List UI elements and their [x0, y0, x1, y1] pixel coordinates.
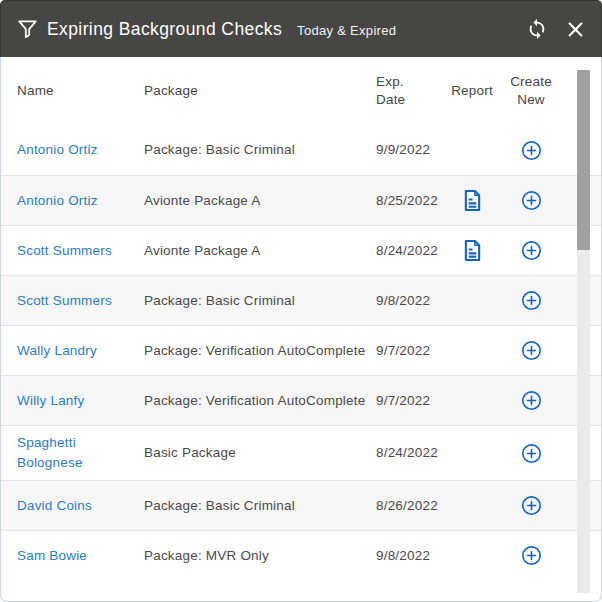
- plus-circle-icon: [521, 240, 542, 261]
- exp-date-cell: 8/26/2022: [376, 489, 446, 523]
- row-name-link[interactable]: Wally Landry: [17, 343, 97, 358]
- report-cell: [446, 499, 498, 513]
- row-package: Package: MVR Only: [144, 548, 269, 563]
- report-cell: [446, 394, 498, 408]
- plus-circle-icon: [521, 545, 542, 566]
- window-header: Expiring Background Checks Today & Expir…: [0, 0, 602, 57]
- package-cell: Package: MVR Only: [144, 539, 376, 573]
- name-cell: Willy Lanfy: [17, 384, 144, 418]
- row-name-link[interactable]: Spaghetti Bolognese: [17, 435, 83, 470]
- exp-date-cell: 9/8/2022: [376, 539, 446, 573]
- table-row: Antonio Ortiz Package: Basic Criminal 9/…: [1, 125, 601, 175]
- row-exp-date: 8/25/2022: [376, 193, 438, 208]
- close-icon: [568, 22, 583, 37]
- create-new-cell: [498, 283, 564, 318]
- row-name-link[interactable]: Sam Bowie: [17, 548, 87, 563]
- report-document-icon[interactable]: [463, 239, 482, 262]
- plus-circle-icon: [521, 290, 542, 311]
- plus-circle-icon: [521, 140, 542, 161]
- plus-circle-icon: [521, 495, 542, 516]
- table-row: Wally Landry Package: Verification AutoC…: [1, 325, 601, 375]
- column-header-name: Name: [17, 82, 144, 100]
- name-cell: Scott Summers: [17, 234, 144, 268]
- column-header-create-new: Create New: [498, 73, 564, 109]
- name-cell: Wally Landry: [17, 334, 144, 368]
- name-cell: Sam Bowie: [17, 539, 144, 573]
- report-document-icon[interactable]: [463, 189, 482, 212]
- row-package: Package: Basic Criminal: [144, 293, 295, 308]
- exp-date-cell: 9/7/2022: [376, 334, 446, 368]
- filter-range-label: Today & Expired: [297, 23, 396, 38]
- create-new-button[interactable]: [521, 495, 542, 516]
- table-row: Sam Bowie Package: MVR Only 9/8/2022: [1, 530, 601, 580]
- expiring-background-checks-window: Expiring Background Checks Today & Expir…: [0, 0, 602, 602]
- row-exp-date: 9/7/2022: [376, 393, 430, 408]
- create-new-cell: [498, 183, 564, 218]
- create-new-button[interactable]: [521, 545, 542, 566]
- create-new-cell: [498, 436, 564, 471]
- create-new-cell: [498, 133, 564, 168]
- row-name-link[interactable]: Antonio Ortiz: [17, 193, 98, 208]
- package-cell: Avionte Package A: [144, 184, 376, 218]
- plus-circle-icon: [521, 390, 542, 411]
- window-body: Name Package Exp. Date Report Create New…: [0, 57, 602, 602]
- create-new-button[interactable]: [521, 340, 542, 361]
- row-package: Package: Basic Criminal: [144, 142, 295, 157]
- row-name-link[interactable]: Scott Summers: [17, 293, 112, 308]
- create-new-button[interactable]: [521, 240, 542, 261]
- name-cell: Spaghetti Bolognese: [17, 426, 144, 480]
- table-row: Spaghetti Bolognese Basic Package 8/24/2…: [1, 425, 601, 480]
- table-row: David Coins Package: Basic Criminal 8/26…: [1, 480, 601, 530]
- row-name-link[interactable]: Scott Summers: [17, 243, 112, 258]
- create-new-button[interactable]: [521, 390, 542, 411]
- create-new-cell: [498, 233, 564, 268]
- row-exp-date: 9/8/2022: [376, 293, 430, 308]
- create-new-cell: [498, 538, 564, 573]
- report-cell: [446, 294, 498, 308]
- row-exp-date: 9/9/2022: [376, 142, 430, 157]
- close-button[interactable]: [568, 22, 583, 37]
- row-package: Avionte Package A: [144, 193, 260, 208]
- row-exp-date: 8/26/2022: [376, 498, 438, 513]
- report-cell: [446, 549, 498, 563]
- report-cell: [446, 143, 498, 157]
- table-row: Scott Summers Package: Basic Criminal 9/…: [1, 275, 601, 325]
- report-cell: [446, 446, 498, 460]
- row-package: Package: Basic Criminal: [144, 498, 295, 513]
- exp-date-cell: 9/8/2022: [376, 284, 446, 318]
- row-name-link[interactable]: Willy Lanfy: [17, 393, 84, 408]
- scrollbar-thumb[interactable]: [577, 70, 590, 250]
- exp-date-cell: 8/25/2022: [376, 184, 446, 218]
- plus-circle-icon: [521, 443, 542, 464]
- package-cell: Basic Package: [144, 436, 376, 470]
- create-new-button[interactable]: [521, 290, 542, 311]
- scrollbar-track[interactable]: [577, 70, 590, 593]
- row-package: Package: Verification AutoComplete: [144, 393, 365, 408]
- refresh-button[interactable]: [526, 18, 548, 40]
- row-name-link[interactable]: David Coins: [17, 498, 92, 513]
- row-exp-date: 8/24/2022: [376, 243, 438, 258]
- exp-date-cell: 8/24/2022: [376, 234, 446, 268]
- report-cell: [446, 182, 498, 219]
- create-new-cell: [498, 383, 564, 418]
- create-new-button[interactable]: [521, 443, 542, 464]
- name-cell: David Coins: [17, 489, 144, 523]
- column-header-exp-date: Exp. Date: [376, 73, 446, 109]
- exp-date-cell: 9/7/2022: [376, 384, 446, 418]
- funnel-icon: [17, 19, 38, 40]
- row-exp-date: 9/8/2022: [376, 548, 430, 563]
- create-new-button[interactable]: [521, 140, 542, 161]
- table-body: Antonio Ortiz Package: Basic Criminal 9/…: [1, 125, 601, 580]
- report-cell: [446, 344, 498, 358]
- create-new-cell: [498, 333, 564, 368]
- column-header-package: Package: [144, 82, 376, 100]
- page-title: Expiring Background Checks: [47, 19, 282, 40]
- table-header-row: Name Package Exp. Date Report Create New: [1, 57, 601, 125]
- table-row: Willy Lanfy Package: Verification AutoCo…: [1, 375, 601, 425]
- row-name-link[interactable]: Antonio Ortiz: [17, 142, 98, 157]
- package-cell: Package: Basic Criminal: [144, 489, 376, 523]
- create-new-button[interactable]: [521, 190, 542, 211]
- row-package: Avionte Package A: [144, 243, 260, 258]
- table-row: Scott Summers Avionte Package A 8/24/202…: [1, 225, 601, 275]
- name-cell: Antonio Ortiz: [17, 184, 144, 218]
